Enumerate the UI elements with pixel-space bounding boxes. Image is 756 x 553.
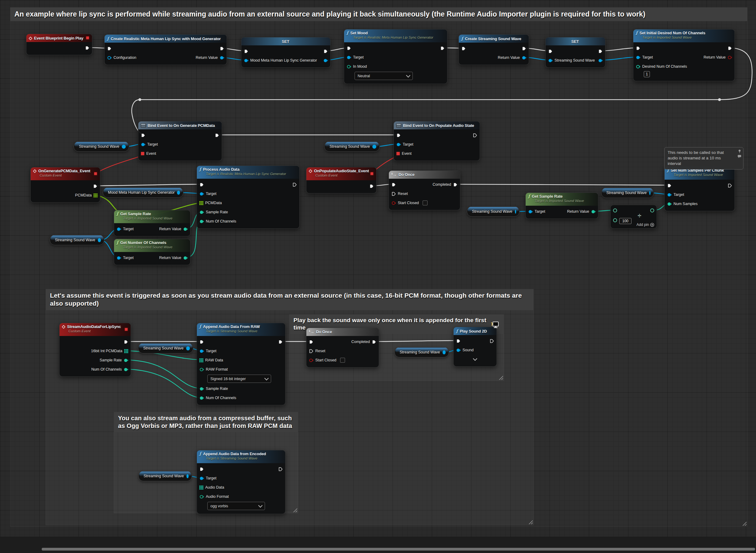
node-header[interactable]: ◇Event Blueprint Begin Play [26,34,92,42]
node-header[interactable]: Bind Event to On Generate PCMData [138,122,222,129]
pin-obj[interactable] [323,58,328,63]
node-bind-on-generate-pcmdata[interactable]: Bind Event to On Generate PCMDataTargetE… [138,121,222,161]
pin-streaming-sound-wave[interactable] [548,58,553,63]
pin-exec[interactable] [141,133,145,138]
node-header[interactable]: ◇OnGeneratePCMData_EventCustom Event [31,167,100,180]
pin-16bit-int-pcmdata[interactable] [124,349,128,353]
pin-in-mood[interactable] [347,64,351,69]
node-header[interactable]: 1→Do Once [389,171,460,179]
pin-exec[interactable] [107,46,112,51]
variable-pill-streaming-sound-wave[interactable]: Streaming Sound Wave [74,141,129,152]
pin-exec[interactable] [391,182,396,187]
variable-pill-streaming-sound-wave[interactable]: Streaming Sound Wave [138,343,193,353]
pushpin-icon[interactable] [738,150,741,153]
pin-desired-num-of-channels[interactable] [636,64,640,69]
pin-exech[interactable] [292,182,297,187]
pin-configuration[interactable] [107,56,112,60]
pin-sample-rate[interactable] [124,358,128,363]
divide-value-input[interactable]: 100 [619,218,631,224]
pin-exec[interactable] [728,46,732,51]
variable-output-pin[interactable] [186,346,190,350]
pin-sample-rate[interactable] [199,387,204,391]
node-header[interactable]: ƒGet Number Of ChannelsTarget is Importe… [114,239,190,252]
pin-target[interactable] [199,349,204,353]
pin-target[interactable] [396,142,401,147]
node-set-initial-desired-num-channels[interactable]: ƒSet Initial Desired Num Of ChannelsTarg… [633,29,735,81]
comment-bubble-icon[interactable] [738,155,741,158]
pin-exech[interactable] [473,133,477,138]
pin-completed[interactable] [372,340,376,344]
divide-input-a[interactable] [613,209,617,213]
pin-exec[interactable] [93,184,97,188]
pin-target[interactable] [347,55,351,60]
variable-output-pin[interactable] [177,191,180,194]
start-closed-checkbox[interactable] [340,358,345,363]
node-append-audio-data-from-raw[interactable]: ƒAppend Audio Data From RAWTarget is Str… [197,323,285,405]
node-stream-audio-data-for-lipsync[interactable]: ◇StreamAudioDataForLipSyncCustom Event16… [59,323,131,377]
pin-event[interactable] [141,152,144,155]
pin-exec[interactable] [244,49,249,54]
reroute-node[interactable] [139,98,141,101]
node-create-streaming-sound-wave[interactable]: ƒCreate Streaming Sound WaveReturn Value [459,34,529,65]
pin-target[interactable] [636,55,640,60]
pin-event[interactable] [396,152,400,155]
pin-target[interactable] [528,209,533,214]
node-create-lipsync-generator[interactable]: ƒCreate Realistic Meta Human Lip Sync wi… [104,34,227,65]
pin-exec[interactable] [667,183,672,188]
variable-output-pin[interactable] [515,210,516,214]
pin-exech[interactable] [489,339,494,343]
pin-start-closed[interactable] [391,201,396,206]
pin-exec[interactable] [548,49,553,54]
node-header[interactable]: ƒSet MoodTarget is Realistic Meta Human … [344,29,447,42]
divide-output[interactable] [650,209,654,213]
node-on-generate-pcmdata-event[interactable]: ◇OnGeneratePCMData_EventCustom EventPCMD… [30,167,100,203]
pin-start-closed[interactable] [309,358,314,363]
node-header[interactable]: ƒCreate Streaming Sound Wave [459,34,529,43]
variable-output-pin[interactable] [442,350,445,354]
pin-num-samples[interactable] [667,202,672,206]
pin-exec[interactable] [461,46,466,51]
pin-exec[interactable] [199,467,204,471]
desired-num-of-channels-input[interactable]: 1 [644,71,650,77]
pin-sample-rate[interactable] [199,210,204,215]
pin-num-of-channels[interactable] [199,219,204,224]
horizontal-scrollbar[interactable] [42,548,755,551]
pin-exec[interactable] [215,133,219,138]
node-header[interactable]: SET [546,37,605,46]
variable-pill-streaming-sound-wave[interactable]: Streaming Sound Wave [50,235,104,245]
divide-input-b[interactable] [613,218,617,222]
node-append-audio-data-from-encoded[interactable]: ƒAppend Audio Data from EncodedTarget is… [197,450,285,514]
pin-num-of-channels[interactable] [199,396,204,400]
variable-pill-streaming-sound-wave[interactable]: Streaming Sound Wave [394,347,449,358]
node-header[interactable]: ◇StreamAudioDataForLipSyncCustom Event [60,323,131,336]
pin-return-value[interactable] [728,55,732,60]
node-play-sound-2d[interactable]: ƒPlay Sound 2DSound [453,327,497,367]
start-closed-checkbox[interactable] [423,201,427,206]
blueprint-canvas[interactable]: An example where lip sync is performed w… [0,0,756,553]
node-header[interactable]: ƒAppend Audio Data from EncodedTarget is… [197,450,285,463]
node-header[interactable]: ƒGet Sample RateTarget is Imported Sound… [114,210,190,223]
pin-sound[interactable] [456,348,461,352]
node-bind-on-populate-audio-state[interactable]: Bind Event to On Populate Audio StateTar… [394,121,480,161]
raw-format-select[interactable]: Signed 16-bit integer [207,375,271,383]
pin-audio-data[interactable] [199,486,203,489]
pin-target[interactable] [199,476,204,481]
pin-exec[interactable] [124,340,128,344]
pin-exec[interactable] [347,46,351,51]
in-mood-select[interactable]: Neutral [354,72,413,80]
node-set-mood[interactable]: ƒSet MoodTarget is Realistic Meta Human … [344,29,448,84]
pin-audio-format[interactable] [199,494,204,499]
pin-return-value[interactable] [591,209,596,214]
node-process-audio-data[interactable]: ƒProcess Audio DataTarget is Realistic M… [197,166,300,229]
node-on-populate-audio-state-event[interactable]: ◇OnPopulateAudioState_EventCustom Event [306,167,376,193]
node-begin-play[interactable]: ◇Event Blueprint Begin Play [26,34,92,55]
pin-completed[interactable] [453,182,458,187]
pin-raw-format[interactable] [199,367,204,372]
pin-exec[interactable] [220,46,224,51]
pin-exec[interactable] [309,340,314,344]
node-header[interactable]: ƒCreate Realistic Meta Human Lip Sync wi… [105,34,227,43]
pin-exec[interactable] [323,49,328,54]
pin-exec[interactable] [440,46,445,51]
node-do-once-2[interactable]: 1→Do OnceCompletedResetStart Closed [306,328,379,368]
node-header[interactable]: ◇OnPopulateAudioState_EventCustom Event [306,167,376,180]
